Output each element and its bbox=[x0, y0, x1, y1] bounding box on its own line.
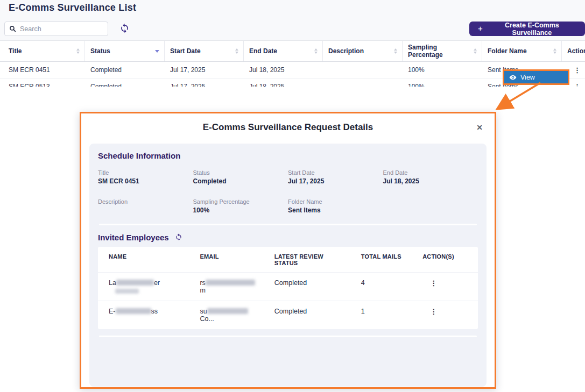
cell-status: Completed bbox=[85, 79, 165, 87]
cell-start-date: Jul 17, 2025 bbox=[165, 79, 244, 87]
filter-caret-icon[interactable] bbox=[155, 50, 159, 53]
field-sampling-percentage: Sampling Percentage 100% bbox=[193, 198, 288, 215]
column-header-title[interactable]: Title bbox=[0, 41, 85, 61]
column-header-sampling-percentage[interactable]: Sampling Percentage bbox=[403, 41, 482, 61]
column-header-end-date[interactable]: End Date bbox=[244, 41, 323, 61]
cell-end-date: Jul 18, 2025 bbox=[244, 62, 323, 78]
cell-description bbox=[323, 62, 403, 78]
table-row[interactable]: SM ECR 0513 Completed Jul 17, 2025 Jul 1… bbox=[0, 79, 585, 87]
view-menu-highlight: View bbox=[503, 69, 569, 85]
invited-employees-heading: Invited Employees bbox=[98, 233, 169, 242]
field-title: Title SM ECR 0451 bbox=[98, 169, 193, 186]
modal-title: E-Comms Surveillance Request Details bbox=[203, 122, 373, 133]
close-icon[interactable]: ✕ bbox=[476, 123, 483, 132]
view-menu-label: View bbox=[520, 74, 535, 81]
employees-header-row: NAME EMAIL LATEST REVIEW STATUS TOTAL MA… bbox=[98, 247, 478, 272]
field-status: Status Completed bbox=[193, 169, 288, 186]
sort-icon[interactable] bbox=[394, 48, 397, 54]
column-header-description[interactable]: Description bbox=[323, 41, 403, 61]
redacted-text bbox=[115, 289, 139, 294]
employee-name: E-ss bbox=[98, 301, 189, 329]
employees-refresh-button[interactable] bbox=[174, 233, 183, 242]
table-header-row: Title Status Start Date End Date Descrip… bbox=[0, 40, 585, 62]
field-description: Description bbox=[98, 198, 193, 215]
employee-actions-kebab-icon[interactable]: ⋮ bbox=[422, 279, 437, 287]
redacted-text bbox=[116, 308, 151, 314]
column-header-start-date[interactable]: Start Date bbox=[165, 41, 244, 61]
refresh-button[interactable] bbox=[118, 23, 131, 35]
search-icon bbox=[9, 25, 16, 32]
sort-icon[interactable] bbox=[235, 48, 238, 54]
redacted-text bbox=[116, 280, 154, 286]
modal-header: E-Comms Surveillance Request Details ✕ bbox=[81, 113, 495, 141]
create-surveillance-button[interactable]: + Create E-Comms Surveillance bbox=[469, 22, 585, 36]
header-band: E-Comms Surveillance List + Create E-Com… bbox=[0, 0, 585, 40]
employee-total-mails: 1 bbox=[350, 301, 412, 329]
page-title: E-Comms Surveillance List bbox=[9, 2, 136, 13]
employee-review-status: Completed bbox=[264, 273, 350, 301]
employees-column-total-mails: TOTAL MAILS bbox=[350, 247, 412, 272]
cell-start-date: Jul 17, 2025 bbox=[165, 62, 244, 78]
column-header-folder-name[interactable]: Folder Name bbox=[482, 41, 562, 61]
field-start-date: Start Date Jul 17, 2025 bbox=[288, 169, 383, 186]
cell-sampling-percentage: 100% bbox=[403, 79, 482, 87]
schedule-information-heading: Schedule Information bbox=[98, 151, 478, 160]
section-divider bbox=[99, 224, 477, 225]
employees-column-email: EMAIL bbox=[189, 247, 263, 272]
surveillance-table: Title Status Start Date End Date Descrip… bbox=[0, 40, 585, 87]
invited-employees-table: NAME EMAIL LATEST REVIEW STATUS TOTAL MA… bbox=[98, 247, 478, 329]
employee-email: suCo... bbox=[189, 301, 263, 329]
redacted-text bbox=[207, 308, 248, 314]
sort-icon[interactable] bbox=[474, 48, 477, 54]
cell-sampling-percentage: 100% bbox=[403, 62, 482, 78]
employee-name: Laer bbox=[98, 273, 189, 301]
employee-actions-kebab-icon[interactable]: ⋮ bbox=[422, 308, 437, 316]
modal-body-panel: Schedule Information Title SM ECR 0451 S… bbox=[89, 144, 487, 387]
cell-description bbox=[323, 79, 403, 87]
cell-title: SM ECR 0451 bbox=[0, 62, 85, 78]
field-end-date: End Date Jul 18, 2025 bbox=[383, 169, 478, 186]
plus-icon: + bbox=[478, 24, 483, 33]
cell-end-date: Jul 18, 2025 bbox=[244, 79, 323, 87]
search-box[interactable] bbox=[4, 22, 108, 36]
cell-title: SM ECR 0513 bbox=[0, 79, 85, 87]
employee-row: E-ss suCo... Completed 1 ⋮ bbox=[98, 301, 478, 329]
refresh-icon bbox=[175, 233, 182, 241]
redacted-text bbox=[206, 280, 255, 286]
view-menu-item[interactable]: View bbox=[504, 71, 568, 83]
search-input[interactable] bbox=[20, 25, 103, 33]
create-button-label: Create E-Comms Surveillance bbox=[488, 22, 576, 37]
schedule-fields: Title SM ECR 0451 Status Completed Start… bbox=[98, 169, 478, 215]
page: E-Comms Surveillance List + Create E-Com… bbox=[0, 0, 585, 392]
cell-status: Completed bbox=[85, 62, 165, 78]
employee-row: Laer rsm Completed 4 ⋮ bbox=[98, 272, 478, 301]
section-divider bbox=[99, 336, 477, 337]
employee-review-status: Completed bbox=[264, 301, 350, 329]
employee-total-mails: 4 bbox=[350, 273, 412, 301]
sort-icon[interactable] bbox=[314, 48, 318, 54]
employees-column-name: NAME bbox=[98, 247, 189, 272]
employees-column-review-status: LATEST REVIEW STATUS bbox=[264, 247, 350, 272]
column-header-action: Action bbox=[562, 41, 585, 61]
field-folder-name: Folder Name Sent Items bbox=[288, 198, 383, 215]
sort-icon[interactable] bbox=[553, 48, 556, 54]
refresh-icon bbox=[119, 23, 130, 33]
employees-column-actions: ACTION(S) bbox=[412, 247, 478, 272]
table-row[interactable]: SM ECR 0451 Completed Jul 17, 2025 Jul 1… bbox=[0, 62, 585, 79]
eye-icon bbox=[509, 74, 517, 81]
employee-email: rsm bbox=[189, 273, 263, 301]
sort-icon[interactable] bbox=[76, 48, 80, 54]
details-modal: E-Comms Surveillance Request Details ✕ S… bbox=[80, 112, 496, 389]
column-header-status[interactable]: Status bbox=[85, 41, 165, 61]
